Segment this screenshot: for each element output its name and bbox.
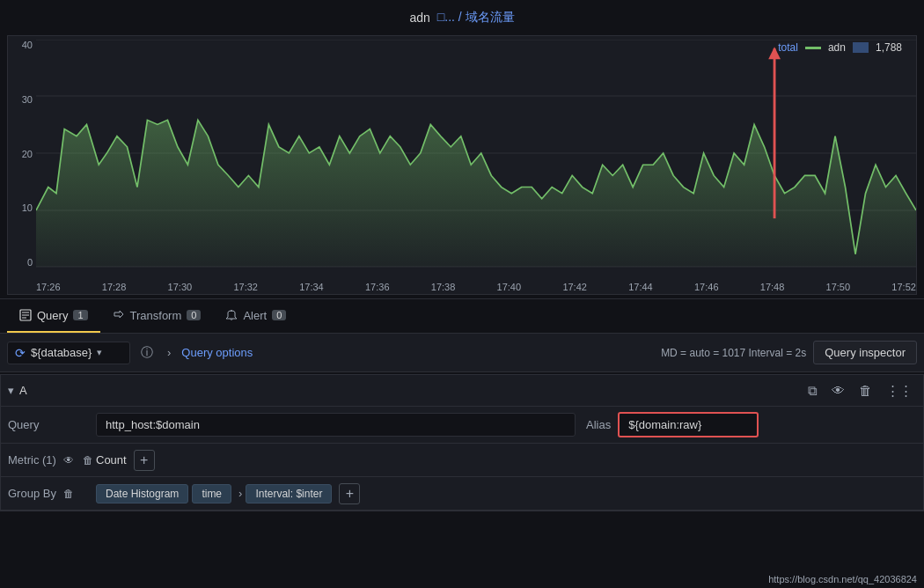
x-label-1: 17:28 [102, 282, 127, 292]
query-tab-icon [19, 309, 32, 321]
db-select-value: ${database} [31, 346, 92, 359]
svg-marker-7 [768, 47, 781, 59]
groupby-type-tag[interactable]: Date Histogram [96, 484, 188, 503]
metric-row: Metric (1) 👁 🗑 Count + [1, 444, 923, 477]
query-options-link[interactable]: Query options [181, 346, 253, 359]
tab-transform-label: Transform [130, 309, 182, 322]
tab-query-label: Query [37, 309, 68, 322]
query-meta-text: MD = auto = 1017 Interval = 2s [661, 347, 806, 359]
y-label-10: 10 [11, 202, 33, 213]
tab-query[interactable]: Query 1 [7, 299, 100, 333]
db-select[interactable]: ⟳ ${database} ▾ [7, 342, 130, 364]
groupby-arrow-icon: › [238, 487, 242, 500]
alias-label: Alias [586, 418, 611, 431]
groupby-row-label: Group By 🗑 [8, 487, 96, 500]
x-label-9: 17:44 [628, 282, 653, 292]
chart-svg-container [36, 40, 916, 268]
watermark: https://blog.csdn.net/qq_42036824 [768, 574, 917, 584]
metric-label-text: Metric (1) [8, 453, 56, 467]
metric-eye-icon[interactable]: 👁 [62, 454, 76, 467]
info-icon[interactable]: ⓘ [137, 342, 157, 364]
groupby-delete-icon[interactable]: 🗑 [62, 488, 76, 500]
groupby-interval-tag[interactable]: Interval: $inter [246, 484, 332, 503]
tab-query-badge: 1 [73, 310, 87, 320]
y-axis: 0 10 20 30 40 [8, 36, 36, 268]
x-label-2: 17:30 [168, 282, 193, 292]
x-label-4: 17:34 [299, 282, 324, 292]
x-label-5: 17:36 [365, 282, 390, 292]
alias-input[interactable] [618, 412, 759, 437]
y-label-40: 40 [11, 40, 33, 50]
query-input[interactable] [96, 413, 576, 437]
groupby-row: Group By 🗑 Date Histogram time › Interva… [1, 477, 923, 511]
delete-icon[interactable]: 🗑 [855, 381, 876, 400]
x-label-12: 17:50 [826, 282, 851, 292]
x-axis: 17:26 17:28 17:30 17:32 17:34 17:36 17:3… [36, 282, 916, 292]
app-name: adn [409, 11, 429, 25]
metric-add-button[interactable]: + [134, 450, 155, 471]
query-inspector-button[interactable]: Query inspector [813, 341, 917, 364]
y-label-20: 20 [11, 149, 33, 159]
metric-row-label: Metric (1) 👁 🗑 [8, 453, 96, 467]
x-label-0: 17:26 [36, 282, 61, 292]
chevron-down-icon: ▾ [97, 347, 102, 358]
metric-value-text: Count [96, 453, 127, 467]
query-section-header: ▾ A ⧉ 👁 🗑 ⋮⋮ [1, 375, 923, 407]
breadcrumb: □... / 域名流量 [437, 10, 515, 26]
tab-alert[interactable]: Alert 0 [213, 299, 298, 333]
drag-icon[interactable]: ⋮⋮ [883, 381, 916, 401]
query-label-text: Query [8, 418, 39, 431]
query-row: Query Alias [1, 407, 923, 444]
collapse-icon[interactable]: ▾ [8, 384, 14, 397]
copy-icon[interactable]: ⧉ [804, 381, 821, 401]
tabs-bar: Query 1 Transform 0 Alert 0 [0, 298, 924, 334]
title-bar: adn □... / 域名流量 [0, 0, 924, 35]
tab-transform[interactable]: Transform 0 [100, 299, 214, 333]
query-row-label: Query [8, 418, 96, 431]
groupby-field-tag[interactable]: time [192, 484, 231, 503]
x-label-8: 17:42 [562, 282, 587, 292]
section-actions: ⧉ 👁 🗑 ⋮⋮ [804, 381, 916, 401]
x-label-7: 17:40 [497, 282, 522, 292]
tab-alert-badge: 0 [272, 310, 286, 320]
tab-transform-badge: 0 [187, 310, 201, 320]
chart-area: total adn 1,788 0 10 20 30 40 [7, 35, 917, 295]
metric-delete-icon[interactable]: 🗑 [81, 454, 95, 467]
groupby-label-text: Group By [8, 487, 56, 500]
tab-alert-label: Alert [243, 309, 267, 322]
query-section-a: ▾ A ⧉ 👁 🗑 ⋮⋮ Query Alias Metric (1) 👁 🗑 … [0, 374, 924, 511]
chart-svg [36, 40, 916, 268]
x-label-6: 17:38 [431, 282, 456, 292]
x-label-3: 17:32 [233, 282, 258, 292]
groupby-add-button[interactable]: + [339, 483, 360, 504]
section-a-label: A [19, 384, 27, 397]
alert-tab-icon [225, 309, 238, 321]
y-label-30: 30 [11, 94, 33, 105]
eye-icon[interactable]: 👁 [828, 381, 848, 400]
query-options-bar: ⟳ ${database} ▾ ⓘ › Query options MD = a… [0, 334, 924, 372]
transform-tab-icon [113, 309, 125, 321]
x-label-10: 17:46 [694, 282, 719, 292]
x-label-11: 17:48 [760, 282, 785, 292]
x-label-13: 17:52 [891, 282, 916, 292]
y-label-0: 0 [11, 257, 33, 268]
db-icon: ⟳ [15, 346, 26, 360]
